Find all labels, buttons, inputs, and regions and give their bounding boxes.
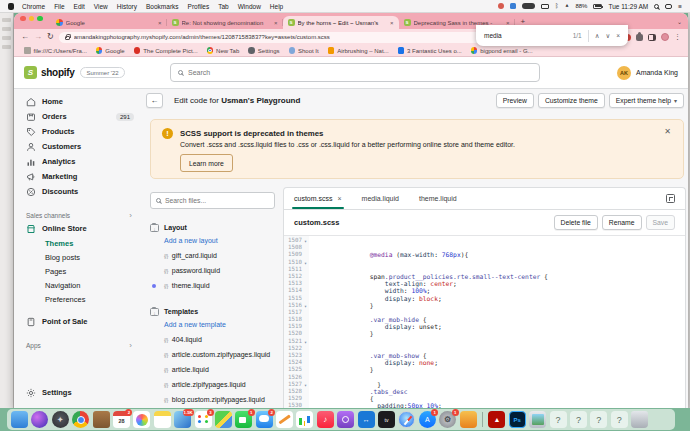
bookmark-item[interactable]: Google (96, 47, 125, 54)
sidebar-item-marketing[interactable]: Marketing (14, 169, 140, 184)
back-button[interactable]: ← (146, 93, 163, 108)
wifi-icon[interactable]: ▼ (564, 3, 569, 9)
sidebar-subitem[interactable]: Pages (14, 264, 140, 278)
lock-icon[interactable] (65, 36, 70, 40)
apps-header[interactable]: Apps › (14, 340, 140, 351)
find-close-icon[interactable]: × (616, 32, 620, 39)
file-item[interactable]: {/} blog.custom.zipifypages.liquid (150, 392, 275, 407)
customize-theme-button[interactable]: Customize theme (538, 93, 605, 108)
apple-menu-icon[interactable] (8, 3, 14, 10)
file-item[interactable]: {/} article.zipifypages.liquid (150, 377, 275, 392)
banner-close-icon[interactable]: ✕ (664, 127, 671, 136)
dock-icon[interactable]: 1 (235, 411, 252, 428)
find-next-icon[interactable]: ∨ (605, 32, 610, 40)
bluetooth-icon[interactable]: ᛒ (555, 3, 559, 9)
dock-icon[interactable] (460, 411, 477, 428)
dock-icon[interactable] (72, 411, 89, 428)
back-icon[interactable]: ← (21, 33, 29, 41)
menubar-item[interactable]: Tab (218, 3, 228, 10)
dock-icon[interactable]: 1.5K (174, 411, 191, 428)
dock-icon[interactable] (482, 412, 483, 427)
dock-icon[interactable] (529, 411, 546, 428)
dock-icon[interactable] (296, 411, 313, 428)
sidebar-item-online-store[interactable]: Online Store (14, 221, 140, 236)
file-item[interactable]: {/} article.custom.zipifypages.liquid (150, 347, 275, 362)
add-template-link[interactable]: Add a new template (150, 317, 275, 332)
forward-icon[interactable]: → (34, 33, 42, 41)
menubar-item[interactable]: Window (238, 3, 261, 10)
sidebar-item-home[interactable]: Home (14, 94, 140, 109)
browser-tab[interactable]: Google × (51, 16, 167, 29)
expand-editor-icon[interactable] (666, 194, 675, 203)
learn-more-button[interactable]: Learn more (180, 154, 233, 172)
bookmark-item[interactable]: New Tab (207, 47, 240, 54)
preview-button[interactable]: Preview (496, 93, 534, 108)
dock-icon[interactable]: tv (378, 411, 395, 428)
sidebar-item-customers[interactable]: Customers (14, 139, 140, 154)
dock-icon[interactable] (133, 411, 150, 428)
menubar-app-pill-icon[interactable] (522, 3, 535, 9)
menubar-clock[interactable]: Tue 11:29 AM (608, 3, 648, 10)
dock-icon[interactable]: ? (550, 411, 567, 428)
dock-icon[interactable]: A 1 (419, 411, 436, 428)
dock-icon[interactable] (215, 411, 232, 428)
profile-avatar[interactable] (661, 33, 669, 41)
dock-icon[interactable]: Ps (509, 411, 526, 428)
fold-icon[interactable] (302, 338, 309, 345)
dock-icon[interactable]: ⚙ 1 (439, 411, 456, 428)
dock-icon[interactable]: ? (590, 411, 607, 428)
tab-close-icon[interactable]: × (158, 20, 162, 26)
sidebar-item-settings[interactable]: Settings (14, 385, 140, 400)
file-item[interactable]: {/} article.liquid (150, 362, 275, 377)
notification-center-icon[interactable]: ≡ (678, 3, 682, 10)
menubar-item[interactable]: File (54, 3, 64, 10)
fold-icon[interactable] (302, 259, 309, 266)
bookmark-item[interactable]: The Complete Pict... (134, 47, 198, 54)
menubar-item[interactable]: View (94, 3, 108, 10)
sidebar-subitem[interactable]: Navigation (14, 278, 140, 292)
dock-icon[interactable]: ↔ (358, 411, 375, 428)
sidebar-subitem[interactable]: Blog posts (14, 250, 140, 264)
code-area[interactable]: 1507 @media (max-width: 768px){ 1508 (284, 236, 685, 408)
sidebar-item-pos[interactable]: Point of Sale (14, 314, 140, 329)
sidebar-subitem[interactable]: Themes (14, 236, 140, 250)
zoom-window-button[interactable] (37, 16, 43, 22)
editor-tab-theme-liquid[interactable]: theme.liquid (419, 188, 457, 209)
add-layout-link[interactable]: Add a new layout (150, 233, 275, 248)
dock-icon[interactable] (31, 411, 48, 428)
tab-search-chevron-icon[interactable]: ⌄ (677, 18, 682, 29)
dock-icon[interactable] (154, 411, 171, 428)
expert-theme-help-button[interactable]: Expert theme help (609, 93, 684, 108)
control-center-icon[interactable] (665, 4, 672, 9)
menubar-item[interactable]: History (117, 3, 137, 10)
rename-button[interactable]: Rename (602, 215, 642, 230)
sidebar-item-orders[interactable]: Orders 291 (14, 109, 140, 124)
editor-tab-media-liquid[interactable]: media.liquid (362, 188, 399, 209)
user-menu[interactable]: AK Amanda King (617, 66, 678, 80)
dock-icon[interactable]: 2 (256, 411, 273, 428)
browser-tab[interactable]: Re: Not showing denomination × (167, 16, 283, 29)
search-input[interactable] (188, 69, 532, 76)
find-query[interactable]: media (484, 32, 567, 39)
file-item[interactable]: {/} theme.liquid (150, 278, 275, 293)
dock-icon[interactable] (631, 411, 648, 428)
dock-icon[interactable] (276, 411, 293, 428)
menubar-item[interactable]: Profiles (188, 3, 210, 10)
save-button[interactable]: Save (646, 215, 676, 230)
dock-icon[interactable]: ♪ (317, 411, 334, 428)
reload-icon[interactable]: ↻ (47, 33, 54, 41)
side-panel-icon[interactable] (648, 34, 656, 41)
editor-tab-custom-scss[interactable]: custom.scss × (294, 188, 342, 209)
sidebar-item-products[interactable]: Products (14, 124, 140, 139)
spotlight-icon[interactable] (654, 4, 659, 9)
file-search-input[interactable] (165, 197, 269, 204)
delete-file-button[interactable]: Delete file (554, 215, 598, 230)
bookmark-item[interactable]: Airbrushing – Nat... (328, 47, 389, 54)
menubar-app-icon[interactable] (498, 3, 504, 9)
sidebar-item-discounts[interactable]: Discounts (14, 184, 140, 199)
sidebar-subitem[interactable]: Preferences (14, 292, 140, 306)
dock-icon[interactable]: ? (570, 411, 587, 428)
file-item[interactable]: {/} gift_card.liquid (150, 248, 275, 263)
screen-mirroring-icon[interactable] (541, 4, 549, 9)
find-previous-icon[interactable]: ∧ (595, 32, 600, 40)
